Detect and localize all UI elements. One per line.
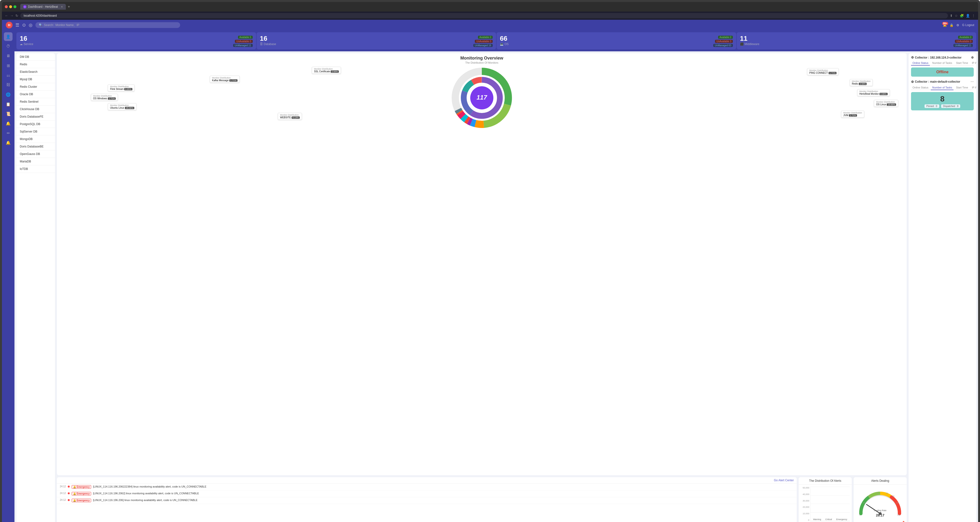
collector-2-pinned: Pinned : 0 <box>924 104 939 108</box>
list-item-mysqldb[interactable]: Mysql DB <box>16 76 55 83</box>
donut-chart-svg: 117 <box>450 67 513 129</box>
list-item-redis-sentinel[interactable]: Redis Sentinel <box>16 98 55 106</box>
collector-2-tab-tasks[interactable]: Number of Tasks <box>931 85 953 90</box>
sidebar-item-logs[interactable]: 📋 <box>4 100 13 108</box>
gitee-icon[interactable]: ◎ <box>29 22 33 28</box>
new-tab-button[interactable]: + <box>68 5 70 9</box>
monitoring-overview-card: Monitoring Overview The Distribution Of … <box>57 53 907 475</box>
bar-label-warning: Warning <box>813 518 821 520</box>
sidebar-item-topology[interactable]: ⛓ <box>4 81 13 89</box>
service-unmanaged: UnManaged 11 <box>233 44 253 47</box>
collector-2-more-button[interactable]: ··· <box>970 79 974 84</box>
forward-button[interactable]: → <box>10 14 13 17</box>
extension-icon[interactable]: 🧩 <box>960 14 964 17</box>
share-icon[interactable]: ⬆ <box>950 14 953 17</box>
list-item-postgresqldb[interactable]: PostgreSQL DB <box>16 121 55 128</box>
stat-card-middleware[interactable]: 11 ⬛ Middleware Available 0 UnAvailable … <box>737 32 976 49</box>
sidebar-item-profile[interactable]: 👤 <box>4 32 13 41</box>
browser-tab[interactable]: H DashBoard - HertzBeat ✕ <box>20 4 66 10</box>
bookmark-icon[interactable]: ☆ <box>955 14 958 17</box>
collector-2-tab-ip[interactable]: IP A <box>970 85 976 90</box>
list-item-mariadb[interactable]: MariaDB <box>16 158 55 165</box>
search-bar[interactable]: 🔍 <box>35 22 180 28</box>
app-container: H ☰ ⊙ ◎ 🔍 🔔 99+ 🔒 ⚙ G Logout <box>2 20 978 522</box>
tab-close-button[interactable]: ✕ <box>61 5 63 8</box>
stat-card-database[interactable]: 16 🗄 Database Available 0 UnAvailable 0 … <box>256 32 496 49</box>
list-item-opengauss[interactable]: OpenGauss DB <box>16 151 55 158</box>
profile-icon[interactable]: 👤 <box>966 14 970 17</box>
list-item-redis[interactable]: Redis <box>16 61 55 68</box>
alert-dot-3 <box>68 499 70 501</box>
reload-button[interactable]: ↻ <box>16 14 18 17</box>
lock-icon[interactable]: 🔒 <box>950 23 953 27</box>
alert-item-3: 24:12 🔔 Emergency [LINUX_114.116.196.206… <box>57 497 797 504</box>
sidebar-item-bell[interactable]: 🔔 <box>4 138 13 147</box>
browser-addressbar: ← → ↻ localhost:4200/dashboard ⬆ ☆ 🧩 👤 ⋮ <box>2 11 978 20</box>
tooltip-hertzbeat: Monitor Distribution HertzBeat Monitor 0… <box>857 89 890 96</box>
go-alert-center-button[interactable]: Go Alert Center <box>774 479 794 482</box>
os-available: Available 0 <box>718 36 733 39</box>
settings-icon[interactable]: ⚙ <box>956 23 959 27</box>
app-logo[interactable]: H <box>6 22 13 29</box>
content-area: DM DB Redis ElasticSearch Mysql DB Redis… <box>14 51 978 522</box>
list-item-elasticsearch[interactable]: ElasticSearch <box>16 68 55 76</box>
tooltip-website: Monitor Distribution WEBSITE 5.13% <box>278 113 302 120</box>
tab-title: DashBoard - HertzBeat <box>28 5 58 8</box>
tooltip-flink: Monitor Distribution Flink Stream 0.85% <box>108 84 134 91</box>
sidebar-item-report[interactable]: 📜 <box>4 109 13 118</box>
tooltip-redis: Monitor Distribution Redis 2.56% <box>850 79 873 86</box>
list-item-redis-cluster[interactable]: Redis Cluster <box>16 83 55 90</box>
sidebar-item-edit[interactable]: ✏ <box>4 129 13 137</box>
collector-2-tabs: Online Status Number of Tasks Start Time… <box>911 85 974 90</box>
list-item-doris-fe[interactable]: Doris DatabaseFE <box>16 113 55 121</box>
sidebar-item-monitor[interactable]: ⏱ <box>4 42 13 51</box>
notification-button[interactable]: 🔔 99+ <box>943 23 947 27</box>
sidebar-item-screen[interactable]: 🖥 <box>4 52 13 60</box>
stat-card-service[interactable]: 16 ☁ Service Available 5 UnAvailable 0 U… <box>16 32 256 49</box>
distribution-chart-card: The Distribution Of Alerts 50,000 40,000… <box>799 477 852 522</box>
collector-1-tab-online[interactable]: Online Status <box>911 61 930 65</box>
service-count: 16 <box>20 35 33 43</box>
menu-icon[interactable]: ⋮ <box>972 14 975 17</box>
stats-row: 16 ☁ Service Available 5 UnAvailable 0 U… <box>14 30 978 51</box>
alert-text-3: [LINUX_114.116.196.206] linux monitoring… <box>93 499 197 501</box>
search-input[interactable] <box>44 23 177 27</box>
menu-toggle-icon[interactable]: ☰ <box>16 22 19 28</box>
collector-1-tab-tasks[interactable]: Number of Tasks <box>931 61 953 65</box>
maximize-dot[interactable] <box>13 5 16 8</box>
close-dot[interactable] <box>5 5 8 8</box>
svg-text:20: 20 <box>863 502 865 504</box>
list-item-iotdb[interactable]: IoTDB <box>16 165 55 173</box>
list-item-mongodb[interactable]: MongoDB <box>16 135 55 143</box>
pin-icon[interactable]: 📌 <box>900 521 905 522</box>
svg-text:Dealing Rate: Dealing Rate <box>874 509 886 512</box>
logout-label: Logout <box>965 23 974 27</box>
collector-1-tab-ip[interactable]: IP A <box>970 61 976 65</box>
sidebar-item-analytics[interactable]: ⚏ <box>4 71 13 79</box>
minimize-dot[interactable] <box>9 5 12 8</box>
list-item-clickhousedb[interactable]: ClickHouse DB <box>16 106 55 113</box>
github-icon[interactable]: ⊙ <box>22 22 26 28</box>
collector-1-settings-icon[interactable]: ⚙ <box>971 56 974 59</box>
sidebar-item-alerts[interactable]: 🔔 <box>4 119 13 128</box>
list-item-sqlserverdb[interactable]: SqlServer DB <box>16 128 55 135</box>
alert-dot-2 <box>68 492 70 494</box>
list-item-doris-be[interactable]: Doris DatabaseBE <box>16 143 55 151</box>
y-label-20k: 20,000 <box>800 506 809 508</box>
address-bar[interactable]: localhost:4200/dashboard <box>20 13 948 18</box>
collector-2-tab-online[interactable]: Online Status <box>911 85 930 90</box>
collector-1-tab-starttime[interactable]: Start Time <box>955 61 969 65</box>
collector-2-tab-starttime[interactable]: Start Time <box>955 85 969 90</box>
header-right: 🔔 99+ 🔒 ⚙ G Logout <box>943 23 974 27</box>
svg-text:70: 70 <box>886 492 888 494</box>
logout-button[interactable]: G Logout <box>962 23 974 27</box>
sidebar-item-network[interactable]: 🌐 <box>4 90 13 99</box>
browser-window: H DashBoard - HertzBeat ✕ + ← → ↻ localh… <box>0 0 980 522</box>
sidebar-item-dashboard[interactable]: ⊞ <box>4 61 13 70</box>
stat-card-os[interactable]: 66 💻 OS Available 0 UnAvailable 3 UnMana… <box>496 32 736 49</box>
list-item-oracledb[interactable]: Oracle DB <box>16 90 55 98</box>
list-item-dmdb[interactable]: DM DB <box>16 53 55 61</box>
back-button[interactable]: ← <box>5 14 8 17</box>
tooltip-windows: Monitor Distribution OS Windows 1.71% <box>91 94 118 101</box>
notification-badge: 99+ <box>942 22 948 25</box>
